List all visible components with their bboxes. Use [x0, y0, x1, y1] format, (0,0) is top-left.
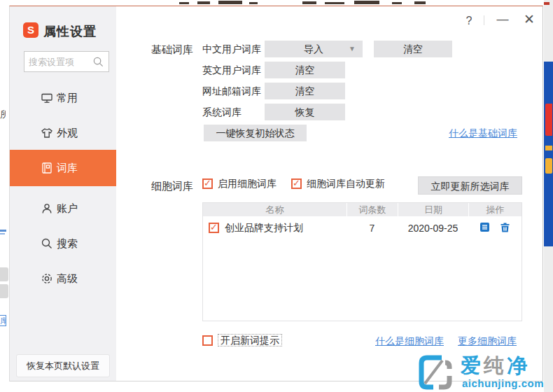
- watermark-name: 爱纯净: [461, 352, 530, 380]
- checkbox-label: 细胞词库自动更新: [307, 178, 385, 189]
- background-artifact: [544, 2, 550, 5]
- sidebar-item-label: 账户: [57, 202, 78, 215]
- new-word-hint-checkbox[interactable]: 开启新词提示: [202, 335, 282, 347]
- cell-lexicon-table: 名称 词条数 日期 操作 创业品牌支持计划 7 2020-09-25: [202, 202, 522, 321]
- checkbox-icon[interactable]: [202, 335, 213, 346]
- background-artifact: [392, 2, 402, 4]
- restore-defaults-button[interactable]: 恢复本页默认设置: [16, 354, 110, 377]
- settings-search[interactable]: [24, 51, 109, 72]
- watermark-char: 净: [507, 354, 530, 377]
- restore-system-dict-button[interactable]: 恢复: [265, 104, 345, 120]
- import-dropdown[interactable]: 导入 ▼: [265, 41, 363, 57]
- background-artifact: [354, 1, 379, 4]
- cell-lexicon-section-label: 细胞词库: [151, 180, 193, 193]
- watermark-char: 爱: [461, 354, 484, 377]
- watermark-domain: aichunjing.com: [462, 377, 544, 389]
- checkbox-icon[interactable]: [291, 178, 302, 189]
- column-header-name[interactable]: 名称: [203, 203, 346, 216]
- titlebar-separator: [484, 15, 484, 25]
- row-label-chinese-user-dict: 中文用户词库: [202, 41, 261, 57]
- sidebar-item-account[interactable]: 账户: [10, 191, 116, 226]
- watermark-logo-icon: [417, 354, 454, 392]
- background-artifact: [0, 230, 6, 232]
- lexicon-date: 2020-09-25: [398, 223, 468, 234]
- monitor-icon: [41, 92, 53, 107]
- background-artifact: [0, 233, 5, 234]
- sidebar-item-label: 搜索: [57, 237, 78, 250]
- background-artifact: [0, 267, 8, 281]
- view-details-icon[interactable]: [479, 222, 490, 234]
- lexicon-name: 创业品牌支持计划: [225, 222, 303, 233]
- banner-red-shape: [545, 104, 552, 136]
- lexicon-icon: [41, 162, 53, 177]
- dialog-title: 属性设置: [43, 23, 97, 40]
- background-artifact: [249, 2, 258, 4]
- clear-url-email-dict-button[interactable]: 清空: [265, 83, 345, 99]
- sidebar-item-label: 高级: [57, 272, 78, 285]
- search-icon: [41, 237, 53, 253]
- sidebar-item-label: 词库: [57, 162, 78, 174]
- column-header-operations[interactable]: 操作: [468, 203, 522, 216]
- table-row[interactable]: 创业品牌支持计划 7 2020-09-25: [203, 216, 522, 240]
- banner-yellow-shape: [545, 146, 552, 150]
- sidebar-item-search[interactable]: 搜索: [10, 226, 116, 261]
- background-artifact: [197, 1, 210, 4]
- sidebar-item-common[interactable]: 常用: [10, 80, 116, 115]
- checkbox-label: 启用细胞词库: [218, 178, 276, 189]
- sidebar: S 属性设置 常用 外观: [10, 6, 116, 381]
- background-artifact: [179, 2, 189, 4]
- clear-chinese-dict-button[interactable]: 清空: [374, 41, 452, 57]
- banner-yellow-shape: [545, 158, 552, 174]
- auto-update-checkbox[interactable]: 细胞词库自动更新: [291, 178, 385, 190]
- table-header: 名称 词条数 日期 操作: [203, 203, 522, 216]
- gear-icon: [41, 272, 53, 288]
- background-artifact: [218, 1, 242, 4]
- sidebar-item-label: 外观: [57, 127, 78, 139]
- background-ad-banner: [544, 62, 553, 246]
- column-header-entries[interactable]: 词条数: [346, 203, 398, 216]
- row-label-url-email-dict: 网址邮箱词库: [202, 83, 261, 99]
- update-selected-lexicon-button[interactable]: 立即更新所选词库: [418, 176, 522, 195]
- user-icon: [41, 202, 53, 218]
- background-artifact: [302, 1, 316, 4]
- settings-dialog: S 属性设置 常用 外观: [9, 6, 543, 382]
- minimize-button[interactable]: —: [494, 12, 511, 29]
- import-dropdown-value: 导入: [304, 43, 323, 55]
- row-checkbox-icon[interactable]: [209, 223, 219, 233]
- background-artifact: [325, 2, 344, 4]
- search-icon: [92, 56, 104, 71]
- watermark-char: 纯: [484, 354, 507, 377]
- background-artifact: [0, 284, 8, 298]
- help-button[interactable]: ?: [461, 13, 477, 29]
- what-is-basic-lexicon-link[interactable]: 什么是基础词库: [449, 127, 517, 140]
- column-header-date[interactable]: 日期: [398, 203, 468, 216]
- row-label-system-dict: 系统词库: [202, 104, 241, 120]
- screen: 所 库 S 属性设置 常用: [0, 0, 553, 392]
- what-is-cell-lexicon-link[interactable]: 什么是细胞词库: [375, 335, 444, 348]
- delete-icon[interactable]: [500, 222, 510, 234]
- checkbox-icon[interactable]: [202, 178, 213, 189]
- background-artifact: 所: [0, 108, 6, 120]
- more-cell-lexicon-link[interactable]: 更多细胞词库: [458, 335, 517, 348]
- one-click-reset-button[interactable]: 一键恢复初始状态: [204, 125, 307, 141]
- sidebar-item-advanced[interactable]: 高级: [10, 261, 116, 296]
- search-input[interactable]: [29, 52, 90, 71]
- aichunjing-watermark: 爱纯净 aichunjing.com: [417, 352, 553, 392]
- tshirt-icon: [41, 127, 53, 142]
- sidebar-item-lexicon[interactable]: 词库: [10, 150, 116, 186]
- background-artifact: [414, 1, 426, 4]
- sidebar-item-label: 常用: [57, 92, 78, 104]
- row-label-english-user-dict: 英文用户词库: [202, 62, 261, 78]
- basic-lexicon-section-label: 基础词库: [151, 43, 193, 57]
- chevron-down-icon: ▼: [349, 41, 356, 57]
- close-button[interactable]: ✕: [521, 11, 538, 28]
- enable-cell-lexicon-checkbox[interactable]: 启用细胞词库: [202, 178, 276, 190]
- clear-english-dict-button[interactable]: 清空: [265, 62, 345, 78]
- entry-count: 7: [346, 223, 398, 234]
- background-artifact: 库: [0, 315, 6, 326]
- sogou-logo-icon: S: [23, 22, 38, 38]
- sidebar-item-appearance[interactable]: 外观: [10, 115, 116, 150]
- checkbox-label: 开启新词提示: [218, 334, 282, 346]
